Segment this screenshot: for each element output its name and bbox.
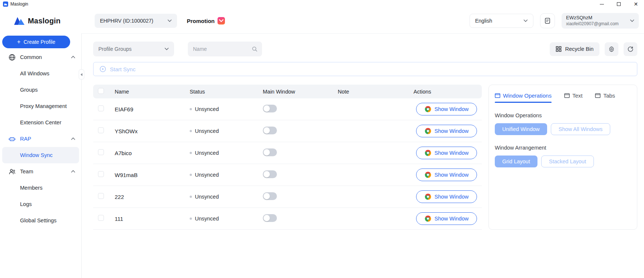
refresh-button[interactable] <box>624 42 637 56</box>
promotion-icon <box>218 17 225 24</box>
item-label: Logs <box>20 201 32 207</box>
settings-button[interactable] <box>605 42 618 56</box>
table-header: Name Status Main Window Note Actions <box>93 85 482 98</box>
maslogin-logo: Maslogin <box>14 16 61 25</box>
item-label: Proxy Management <box>20 103 67 109</box>
grid-layout-button[interactable]: Grid Layout <box>495 156 537 167</box>
stacked-layout-button[interactable]: Stacked Layout <box>541 156 594 167</box>
window-icon <box>595 93 601 98</box>
main-window-toggle[interactable] <box>263 192 277 200</box>
document-icon[interactable] <box>540 13 555 28</box>
window-operations-panel: Window Operations Text Tabs <box>488 85 637 230</box>
refresh-icon <box>627 46 634 52</box>
toggle-knob <box>264 193 270 199</box>
grid-icon <box>556 46 562 52</box>
show-window-label: Show Window <box>435 106 469 112</box>
show-window-button[interactable]: Show Window <box>416 147 477 159</box>
row-checkbox[interactable] <box>98 105 104 111</box>
status-dot-icon <box>190 108 192 110</box>
promotion-label: Promotion <box>187 18 215 24</box>
column-header-name: Name <box>115 89 190 95</box>
sidebar-item-all-windows[interactable]: All Windows <box>2 65 79 82</box>
row-checkbox[interactable] <box>98 193 104 199</box>
app-header: Maslogin EHPHRV (ID:1000027) Promotion E… <box>0 8 644 33</box>
unified-window-button[interactable]: Unified Window <box>495 123 547 135</box>
sidebar-section-common[interactable]: Common <box>2 49 79 65</box>
close-icon[interactable]: ✕ <box>633 1 639 7</box>
workspace-selector[interactable]: EHPHRV (ID:1000027) <box>95 14 177 28</box>
row-checkbox[interactable] <box>98 215 104 221</box>
select-all-checkbox[interactable] <box>98 88 104 94</box>
tab-window-operations[interactable]: Window Operations <box>495 92 552 103</box>
item-label: Extension Center <box>20 120 61 125</box>
sidebar-section-rap[interactable]: RAP <box>2 131 79 147</box>
window-titlebar: Maslogin ✕ <box>0 0 644 8</box>
row-checkbox[interactable] <box>98 149 104 155</box>
app-icon <box>3 1 8 7</box>
window-icon <box>564 93 570 98</box>
main-window-toggle[interactable] <box>263 214 277 222</box>
status-text: Unsynced <box>195 106 219 112</box>
sidebar-item-groups[interactable]: Groups <box>2 82 79 98</box>
minimize-icon[interactable] <box>599 1 605 7</box>
chevron-up-icon <box>71 137 75 140</box>
show-window-label: Show Window <box>435 150 469 156</box>
chevron-up-icon <box>71 170 75 173</box>
chevron-up-icon <box>71 56 75 59</box>
user-account-menu[interactable]: EWzSQhzM xiaofei020907@gmail.com <box>562 13 639 29</box>
sidebar-collapse-button[interactable] <box>79 69 84 79</box>
show-window-button[interactable]: Show Window <box>416 190 477 203</box>
sidebar-item-extension-center[interactable]: Extension Center <box>2 114 79 131</box>
show-all-windows-button[interactable]: Show All Windows <box>551 123 610 135</box>
search-icon[interactable] <box>252 46 258 52</box>
show-window-button[interactable]: Show Window <box>416 169 477 181</box>
user-name: EWzSQhzM <box>566 15 619 21</box>
sidebar-item-window-sync[interactable]: Window Sync <box>2 147 79 163</box>
tab-text[interactable]: Text <box>564 92 583 103</box>
create-profile-label: Create Profile <box>23 39 55 45</box>
language-selector-label: English <box>475 18 492 24</box>
show-window-label: Show Window <box>435 172 469 178</box>
chevron-down-icon <box>164 48 169 50</box>
tab-tabs[interactable]: Tabs <box>595 92 615 103</box>
main-window-toggle[interactable] <box>263 148 277 156</box>
profile-status: Unsynced <box>190 106 263 112</box>
maximize-icon[interactable] <box>616 1 622 7</box>
chevron-down-icon <box>630 19 634 22</box>
main-window-toggle[interactable] <box>263 127 277 134</box>
table-row: YShOWx Unsynced Show Window <box>93 120 482 142</box>
sidebar: + Create Profile Common All Windows <box>0 33 82 278</box>
sidebar-item-members[interactable]: Members <box>2 180 79 196</box>
show-window-button[interactable]: Show Window <box>416 103 477 115</box>
create-profile-button[interactable]: + Create Profile <box>2 36 70 48</box>
sidebar-item-logs[interactable]: Logs <box>2 196 79 212</box>
window-title: Maslogin <box>10 1 28 7</box>
robot-icon <box>8 135 16 143</box>
profile-groups-select[interactable]: Profile Groups <box>93 42 174 56</box>
status-dot-icon <box>190 152 192 154</box>
recycle-bin-button[interactable]: Recycle Bin <box>550 42 599 56</box>
status-text: Unsynced <box>195 128 219 134</box>
show-window-button[interactable]: Show Window <box>416 125 477 137</box>
sidebar-item-global-settings[interactable]: Global Settings <box>2 212 79 229</box>
promotion-link[interactable]: Promotion <box>187 17 225 24</box>
profile-name: A7bico <box>115 150 190 156</box>
table-row: 111 Unsynced Show Window <box>93 208 482 230</box>
row-checkbox[interactable] <box>98 171 104 177</box>
row-checkbox[interactable] <box>98 127 104 133</box>
show-window-button[interactable]: Show Window <box>416 212 477 225</box>
sidebar-item-proxy-management[interactable]: Proxy Management <box>2 98 79 114</box>
window-operations-section-label: Window Operations <box>495 112 631 118</box>
main-window-toggle[interactable] <box>263 170 277 178</box>
status-dot-icon <box>190 218 192 220</box>
name-search-input[interactable] <box>193 46 252 52</box>
status-text: Unsynced <box>195 216 219 222</box>
language-selector[interactable]: English <box>470 14 533 28</box>
sidebar-section-team[interactable]: Team <box>2 163 79 180</box>
start-sync-button[interactable]: Start Sync <box>93 62 637 76</box>
main-window-toggle[interactable] <box>263 105 277 112</box>
profile-status: Unsynced <box>190 128 263 134</box>
profile-status: Unsynced <box>190 172 263 178</box>
profiles-table: Name Status Main Window Note Actions EIA… <box>93 85 482 230</box>
profile-status: Unsynced <box>190 194 263 200</box>
